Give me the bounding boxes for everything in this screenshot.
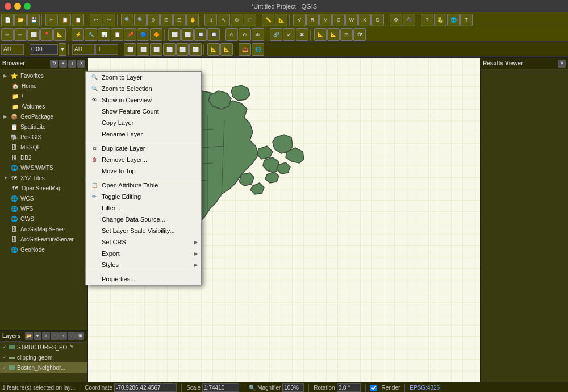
tb-zoom-out[interactable]: 🔍 <box>134 14 147 26</box>
coordinate-input[interactable] <box>114 383 177 392</box>
tb3-1[interactable]: ▼ <box>59 43 66 56</box>
tb3-5[interactable]: ⬜ <box>163 43 176 56</box>
cm-properties[interactable]: Properties... <box>86 273 201 285</box>
browser-close-icon[interactable]: ✕ <box>77 60 85 68</box>
cm-move-to-top[interactable]: Move to Top <box>86 165 201 177</box>
tb2-19[interactable]: ⊕ <box>252 28 264 41</box>
tb2-15[interactable]: 🔲 <box>194 28 207 41</box>
tb2-7[interactable]: 🔧 <box>85 28 97 41</box>
cm-rename-layer[interactable]: Rename Layer <box>86 128 201 140</box>
cm-show-feature-count[interactable]: Show Feature Count <box>86 106 201 117</box>
render-checkbox[interactable] <box>370 385 377 391</box>
tb2-4[interactable]: 📍 <box>40 28 53 41</box>
browser-volumes[interactable]: 📁 /Volumes <box>0 101 87 111</box>
tb-add-xyz[interactable]: X <box>358 14 371 26</box>
cm-duplicate-layer[interactable]: ⧉ Duplicate Layer <box>86 143 201 154</box>
browser-ows[interactable]: 🌐 OWS <box>0 214 87 224</box>
tb2-2[interactable]: ✏ <box>14 28 27 41</box>
browser-add-icon[interactable]: + <box>59 60 67 68</box>
clipping-check[interactable]: ✓ <box>2 355 7 360</box>
maximize-button[interactable] <box>24 3 31 10</box>
browser-geonode[interactable]: 🌐 GeoNode <box>0 244 87 255</box>
cm-remove-layer[interactable]: 🗑 Remove Layer... <box>86 154 201 165</box>
tb3-3[interactable]: ⬜ <box>137 43 149 56</box>
tb-add-mesh[interactable]: M <box>319 14 332 26</box>
tb2-snap[interactable]: 🔗 <box>270 28 282 41</box>
browser-postgis[interactable]: 🐘 PostGIS <box>0 132 87 142</box>
close-button[interactable] <box>5 3 11 10</box>
browser-root[interactable]: 📁 / <box>0 91 87 101</box>
layer-filter-icon[interactable]: ▼ <box>34 332 41 340</box>
scale-status-input[interactable] <box>202 383 239 392</box>
tb3-9[interactable]: 📐 <box>220 43 233 56</box>
tb2-13[interactable]: ⬜ <box>168 28 181 41</box>
tb2-20[interactable]: ✔ <box>283 28 295 41</box>
tb2-17[interactable]: ⊙ <box>225 28 238 41</box>
rotation-input[interactable] <box>337 383 361 392</box>
tb-add-csv[interactable]: C <box>332 14 345 26</box>
cm-filter[interactable]: Filter... <box>86 202 201 214</box>
tb-measure[interactable]: 📏 <box>262 14 274 26</box>
tb-select-all[interactable]: ◻ <box>244 14 256 26</box>
tb-help[interactable]: ? <box>421 14 433 26</box>
tb-processing[interactable]: ⚙ <box>390 14 402 26</box>
tb2-25[interactable]: 🗺 <box>353 28 366 41</box>
browser-wcs[interactable]: 🌐 WCS <box>0 193 87 203</box>
tb-add-raster[interactable]: R <box>306 14 319 26</box>
browser-favorites[interactable]: ▶ ⭐ Favorites <box>0 70 87 81</box>
tb-new[interactable]: 📄 <box>1 14 14 26</box>
cm-export[interactable]: Export <box>86 248 201 259</box>
layer-open-icon[interactable]: 📂 <box>25 332 33 340</box>
cm-copy-layer[interactable]: Copy Layer <box>86 117 201 128</box>
tb-select[interactable]: ↖ <box>218 14 230 26</box>
tb-add-db[interactable]: D <box>371 14 384 26</box>
tb3-2[interactable]: ⬜ <box>124 43 136 56</box>
tb-open[interactable]: 📂 <box>14 14 27 26</box>
results-close-icon[interactable]: ✕ <box>558 60 566 68</box>
tb2-5[interactable]: 📐 <box>53 28 66 41</box>
tb-zoom-full[interactable]: ⊕ <box>147 14 160 26</box>
layer-down-icon[interactable]: ↓ <box>68 332 76 340</box>
tb2-6[interactable]: ⚡ <box>72 28 84 41</box>
layer-up-icon[interactable]: ↑ <box>59 332 67 340</box>
browser-wmswmts[interactable]: 🌐 WMS/WMTS <box>0 162 87 173</box>
minimize-button[interactable] <box>14 3 21 10</box>
tb-deselect[interactable]: ⊘ <box>231 14 243 26</box>
cm-toggle-editing[interactable]: ✏ Toggle Editing <box>86 191 201 202</box>
tb2-24[interactable]: ⊞ <box>340 28 353 41</box>
browser-refresh-icon[interactable]: ↻ <box>50 60 58 68</box>
tb-zoom-in[interactable]: 🔍 <box>121 14 133 26</box>
tb2-12[interactable]: 🔶 <box>150 28 162 41</box>
cm-zoom-to-layer[interactable]: 🔍 Zoom to Layer <box>86 72 201 83</box>
browser-info-icon[interactable]: i <box>68 60 76 68</box>
browser-wfs[interactable]: 🌐 WFS <box>0 203 87 214</box>
cm-open-attr-table[interactable]: 📋 Open Attribute Table <box>86 180 201 191</box>
cm-styles[interactable]: Styles <box>86 259 201 270</box>
tb-text[interactable]: T <box>460 14 473 26</box>
cm-show-overview[interactable]: 👁 Show in Overview <box>86 94 201 106</box>
tb2-14[interactable]: ⬜ <box>181 28 194 41</box>
tb-add-wms[interactable]: W <box>345 14 358 26</box>
browser-db2[interactable]: 🗄 DB2 <box>0 152 87 162</box>
tb2-10[interactable]: 📌 <box>124 28 136 41</box>
tb-cut[interactable]: ✂ <box>45 14 58 26</box>
tb3-4[interactable]: ⬜ <box>150 43 162 56</box>
browser-home[interactable]: 🏠 Home <box>0 81 87 91</box>
browser-geopackage[interactable]: ▶ 📦 GeoPackage <box>0 111 87 122</box>
tb-paste[interactable]: 📋 <box>72 14 84 26</box>
tb-redo[interactable]: ↪ <box>103 14 115 26</box>
scale-input[interactable] <box>30 44 58 55</box>
tb2-23[interactable]: 📐 <box>327 28 340 41</box>
tb2-1[interactable]: ✏ <box>1 28 14 41</box>
tb2-22[interactable]: 📐 <box>314 28 327 41</box>
tb-python[interactable]: 🐍 <box>434 14 446 26</box>
tb2-18[interactable]: ⊙ <box>239 28 251 41</box>
tb3-6[interactable]: ⬜ <box>176 43 189 56</box>
tb-zoom-layer[interactable]: ⊞ <box>160 14 173 26</box>
tb-zoom-sel[interactable]: ⊟ <box>173 14 186 26</box>
tb-add-vector[interactable]: V <box>293 14 306 26</box>
boston-check[interactable]: ✓ <box>2 365 7 370</box>
tb3-10[interactable]: 📤 <box>239 43 251 56</box>
browser-osm[interactable]: 🗺 OpenStreetMap <box>0 183 87 193</box>
layer-structures[interactable]: ✓ STRUCTURES_POLY <box>0 342 87 352</box>
